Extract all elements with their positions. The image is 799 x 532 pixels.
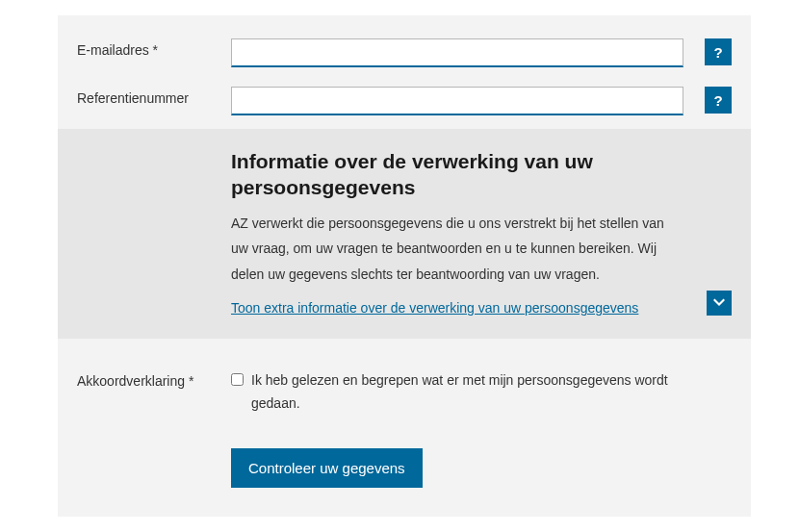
consent-label: Akkoordverklaring *: [77, 369, 231, 389]
reference-row: Referentienummer ?: [58, 77, 751, 125]
reference-label: Referentienummer: [77, 87, 231, 106]
submit-row: Controleer uw gegevens: [58, 425, 751, 488]
email-help-button[interactable]: ?: [705, 38, 732, 65]
form-container: E-mailadres * ? Referentienummer ? Infor…: [58, 15, 751, 517]
consent-checkbox[interactable]: [231, 373, 244, 386]
info-body: AZ verwerkt die persoonsgegevens die u o…: [231, 211, 683, 288]
info-title: Informatie over de verwerking van uw per…: [231, 148, 683, 201]
expand-button[interactable]: [707, 291, 732, 316]
submit-button[interactable]: Controleer uw gegevens: [231, 448, 423, 488]
email-row: E-mailadres * ?: [58, 29, 751, 77]
question-icon: ?: [713, 44, 722, 61]
reference-input[interactable]: [231, 87, 683, 115]
question-icon: ?: [713, 92, 722, 109]
consent-row: Akkoordverklaring * Ik heb gelezen en be…: [58, 339, 751, 425]
info-section: Informatie over de verwerking van uw per…: [58, 129, 751, 339]
chevron-down-icon: [712, 296, 726, 310]
email-input[interactable]: [231, 38, 683, 67]
reference-help-button[interactable]: ?: [705, 87, 732, 114]
email-label: E-mailadres *: [77, 38, 231, 58]
info-expand-link[interactable]: Toon extra informatie over de verwerking…: [231, 300, 638, 316]
consent-text: Ik heb gelezen en begrepen wat er met mi…: [251, 369, 683, 416]
